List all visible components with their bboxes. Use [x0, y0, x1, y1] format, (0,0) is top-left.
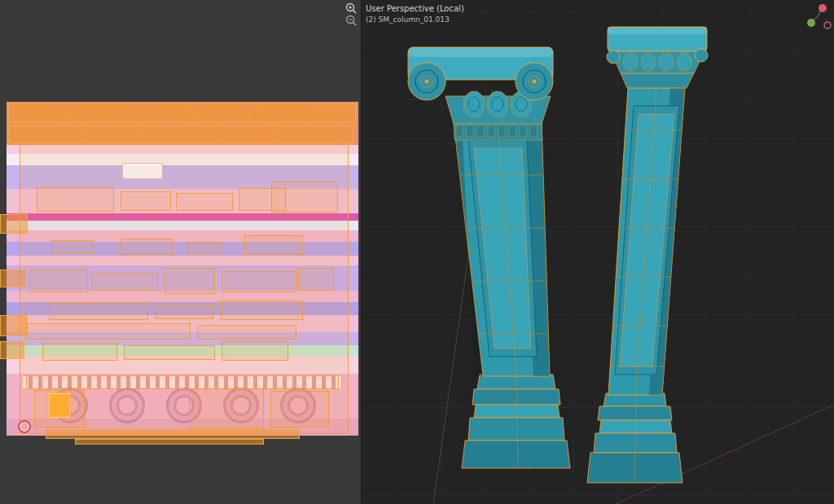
2d-cursor[interactable]: [18, 420, 31, 433]
uv-island[interactable]: [13, 105, 62, 121]
uv-island[interactable]: [176, 193, 233, 211]
uv-island[interactable]: [121, 191, 171, 211]
uv-island[interactable]: [15, 127, 80, 142]
uv-island[interactable]: [29, 270, 88, 292]
column-mesh-right[interactable]: [587, 27, 708, 483]
uv-island[interactable]: [147, 105, 191, 121]
uv-island[interactable]: [0, 270, 26, 287]
uv-island[interactable]: [244, 235, 303, 255]
uv-island[interactable]: [165, 268, 215, 294]
uv-texture[interactable]: [7, 102, 358, 436]
uv-island[interactable]: [0, 341, 24, 359]
uv-island[interactable]: [124, 345, 215, 360]
volute-left: [408, 63, 446, 100]
uv-island[interactable]: [84, 127, 141, 142]
uv-island[interactable]: [0, 214, 28, 234]
uv-island[interactable]: [46, 429, 300, 439]
uv-island[interactable]: [91, 273, 158, 291]
uv-island[interactable]: [42, 343, 117, 361]
uv-island[interactable]: [121, 239, 173, 255]
uv-island[interactable]: [271, 182, 338, 213]
uv-island[interactable]: [67, 105, 142, 121]
navigation-gizmo[interactable]: [807, 4, 831, 28]
uv-island[interactable]: [26, 375, 339, 389]
gizmo-z-axis[interactable]: [824, 22, 831, 28]
uv-island[interactable]: [197, 325, 296, 340]
blender-window: User Perspective (Local) (2) SM_column_0…: [0, 0, 834, 504]
uv-island[interactable]: [51, 240, 94, 253]
column-mesh-left[interactable]: [408, 47, 570, 468]
uv-island[interactable]: [275, 127, 337, 142]
volute-left: [607, 50, 620, 64]
uv-island[interactable]: [298, 268, 334, 291]
uv-island[interactable]: [49, 393, 70, 418]
zoom-out-icon[interactable]: [345, 15, 357, 26]
volute-right: [516, 63, 553, 100]
uv-island[interactable]: [26, 323, 191, 340]
uv-island[interactable]: [0, 315, 28, 336]
viewport-canvas[interactable]: [362, 0, 834, 504]
uv-island[interactable]: [145, 127, 218, 142]
gizmo-x-axis[interactable]: [819, 4, 827, 12]
gizmo-y-axis[interactable]: [807, 19, 815, 27]
uv-island[interactable]: [222, 127, 271, 142]
uv-island[interactable]: [306, 107, 352, 121]
uv-island[interactable]: [37, 187, 114, 212]
viewport-3d[interactable]: User Perspective (Local) (2) SM_column_0…: [362, 0, 834, 504]
uv-island[interactable]: [75, 439, 264, 445]
uv-island[interactable]: [220, 300, 303, 320]
uv-island[interactable]: [270, 391, 329, 427]
uv-island[interactable]: [187, 242, 222, 253]
uv-island[interactable]: [155, 305, 213, 319]
uv-island[interactable]: [222, 271, 296, 292]
volute-right: [695, 49, 708, 62]
uv-island[interactable]: [222, 341, 288, 361]
uv-island[interactable]: [195, 105, 252, 121]
uv-island[interactable]: [256, 105, 303, 121]
zoom-in-icon[interactable]: [345, 2, 357, 14]
uv-image-editor[interactable]: [0, 0, 361, 504]
uv-island[interactable]: [49, 302, 148, 320]
uv-island[interactable]: [189, 388, 264, 429]
